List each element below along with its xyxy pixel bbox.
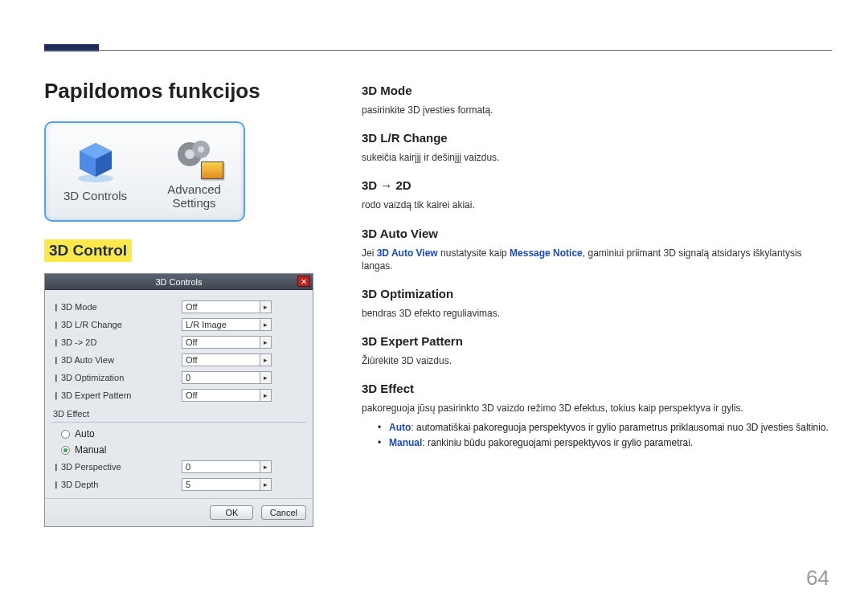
row-3d-mode: ❙ 3D Mode Off ▸ <box>51 298 306 316</box>
value-3d-opt[interactable]: 0 <box>182 371 260 384</box>
page-number: 64 <box>806 566 829 591</box>
right-column: 3D Mode pasirinkite 3D įvesties formatą.… <box>362 79 829 465</box>
chevron-right-icon[interactable]: ▸ <box>260 353 272 366</box>
svg-point-7 <box>185 149 194 159</box>
desc-3d-2d: rodo vaizdą tik kairei akiai. <box>362 198 829 211</box>
page-title: Papildomos funkcijos <box>44 79 317 104</box>
chevron-right-icon[interactable]: ▸ <box>260 318 272 331</box>
row-3d-to-2d: ❙ 3D -> 2D Off ▸ <box>51 333 306 351</box>
group-3d-effect: 3D Effect <box>51 404 306 423</box>
value-3d-depth[interactable]: 5 <box>182 478 260 491</box>
icons-card-3d-label: 3D Controls <box>63 189 127 202</box>
radio-icon[interactable] <box>61 446 70 455</box>
dialog-3d-controls: 3D Controls ✕ ❙ 3D Mode Off ▸ ❙ 3D L/R C… <box>44 273 313 527</box>
dialog-titlebar: 3D Controls ✕ <box>45 274 313 290</box>
effect-auto: Auto: automatiškai pakoreguoja perspekty… <box>378 420 829 435</box>
heading-3d-pattern: 3D Expert Pattern <box>362 334 829 348</box>
row-3d-perspective: ❙ 3D Perspective 0 ▸ <box>51 458 306 476</box>
value-3d-auto[interactable]: Off <box>182 353 260 366</box>
chevron-right-icon[interactable]: ▸ <box>260 460 272 473</box>
bullet-icon: ❙ <box>51 303 61 311</box>
value-3d-2d[interactable]: Off <box>182 336 260 349</box>
dialog-title: 3D Controls <box>155 277 202 287</box>
desc-3d-auto: Jei 3D Auto View nustatysite kaip Messag… <box>362 247 829 272</box>
chevron-right-icon[interactable]: ▸ <box>260 389 272 402</box>
row-3d-auto-view: ❙ 3D Auto View Off ▸ <box>51 351 306 369</box>
effect-list: Auto: automatiškai pakoreguoja perspekty… <box>362 420 829 451</box>
desc-3d-effect: pakoreguoja jūsų pasirinkto 3D vaizdo re… <box>362 402 829 415</box>
desc-3d-mode: pasirinkite 3D įvesties formatą. <box>362 104 829 116</box>
radio-icon[interactable] <box>61 430 70 439</box>
chevron-right-icon[interactable]: ▸ <box>260 336 272 349</box>
value-3d-perspective[interactable]: 0 <box>182 460 260 473</box>
gear-icon <box>170 133 219 178</box>
heading-3d-effect: 3D Effect <box>362 382 829 395</box>
heading-3d-auto: 3D Auto View <box>362 227 829 240</box>
header-rule <box>44 50 832 51</box>
value-3d-expert[interactable]: Off <box>182 389 260 402</box>
value-3d-mode[interactable]: Off <box>182 300 260 313</box>
row-3d-expert: ❙ 3D Expert Pattern Off ▸ <box>51 386 306 404</box>
ok-button[interactable]: OK <box>210 505 253 520</box>
svg-point-8 <box>198 146 204 153</box>
icons-card-adv-label: Advanced Settings <box>167 182 221 210</box>
thumbnail-icon <box>201 161 223 179</box>
radio-manual[interactable]: Manual <box>51 442 306 458</box>
effect-manual: Manual: rankiniu būdu pakoreguojami pers… <box>378 435 829 451</box>
heading-3d-opt: 3D Optimization <box>362 287 829 300</box>
section-3d-control: 3D Control <box>44 239 132 262</box>
desc-3d-pattern: Žiūrėkite 3D vaizdus. <box>362 354 829 367</box>
desc-3d-opt: bendras 3D efekto reguliavimas. <box>362 307 829 320</box>
heading-3d-lr: 3D L/R Change <box>362 131 829 145</box>
chevron-right-icon[interactable]: ▸ <box>260 300 272 313</box>
row-3d-depth: ❙ 3D Depth 5 ▸ <box>51 476 306 493</box>
icons-card: 3D Controls Advanced Settings <box>44 121 245 222</box>
icons-card-advanced[interactable]: Advanced Settings <box>145 123 244 220</box>
desc-3d-lr: sukeičia kairįjį ir dešinįjį vaizdus. <box>362 151 829 164</box>
heading-3d-mode: 3D Mode <box>362 84 829 97</box>
chevron-right-icon[interactable]: ▸ <box>260 478 272 491</box>
dialog-buttons: OK Cancel <box>45 498 313 526</box>
close-icon[interactable]: ✕ <box>297 276 310 287</box>
value-3d-lr[interactable]: L/R Image <box>182 318 260 331</box>
heading-3d-2d: 3D → 2D <box>362 178 829 192</box>
row-3d-lr: ❙ 3D L/R Change L/R Image ▸ <box>51 316 306 333</box>
icons-card-3d-controls[interactable]: 3D Controls <box>46 123 145 220</box>
cancel-button[interactable]: Cancel <box>261 505 306 520</box>
cube-3d-icon <box>72 140 120 184</box>
chevron-right-icon[interactable]: ▸ <box>260 371 272 384</box>
row-3d-optimization: ❙ 3D Optimization 0 ▸ <box>51 369 306 386</box>
radio-auto[interactable]: Auto <box>51 426 306 442</box>
left-column: Papildomos funkcijos 3D Controls <box>44 79 317 527</box>
